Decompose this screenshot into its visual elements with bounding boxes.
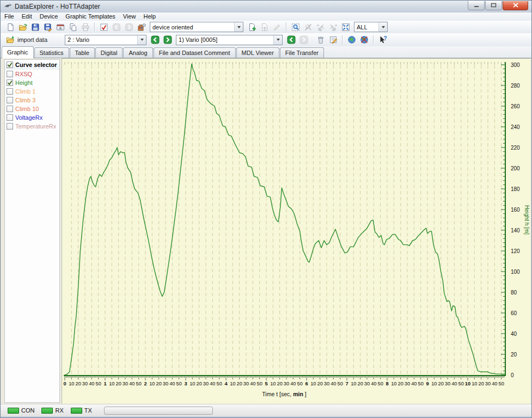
svg-text:40: 40 (492, 381, 497, 386)
open-file-button[interactable] (16, 21, 29, 33)
edit-record-comment-button[interactable] (327, 34, 339, 46)
zoom-off-button (302, 21, 314, 33)
prev-record-button[interactable] (285, 34, 297, 46)
checkbox-climb-10[interactable] (7, 106, 13, 112)
checkbox-height[interactable] (7, 79, 13, 86)
channel-selector-combo[interactable]: 2 : Vario (65, 35, 146, 45)
checkbox-voltagerx[interactable] (7, 114, 13, 121)
record-selector-combo[interactable]: 1) Vario [0005] (176, 35, 283, 45)
svg-text:20: 20 (75, 381, 81, 386)
copy-view-button[interactable] (66, 21, 79, 33)
checkbox-climb-3[interactable] (7, 97, 13, 103)
rename-object-button (258, 21, 271, 33)
svg-text:60: 60 (511, 310, 517, 316)
svg-text:50: 50 (297, 381, 302, 386)
tab-file-and-dataset-comment[interactable]: File and Dataset Comment (154, 47, 236, 58)
checkbox-temperaturerx[interactable] (7, 123, 13, 130)
tab-table[interactable]: Table (70, 47, 95, 58)
menu-graphic-templates[interactable]: Graphic Templates (62, 13, 119, 21)
graphic-chart[interactable]: 0102030405011020304050210203040503102030… (62, 58, 530, 404)
tab-bar: GraphicStatisticsTableDigitalAnalogFile … (1, 46, 531, 58)
curve-selector-title: Curve selector (15, 62, 57, 68)
object-selector-combo[interactable]: device oriented (150, 22, 243, 32)
svg-text:10: 10 (310, 381, 316, 386)
checkbox-rxsq[interactable] (7, 71, 13, 77)
curve-label-height: Height (15, 79, 33, 86)
svg-text:10: 10 (189, 381, 195, 386)
svg-text:9: 9 (426, 381, 429, 386)
new-object-button[interactable] (246, 21, 258, 33)
save-file-as-button[interactable] (41, 21, 54, 33)
window-title: DataExplorer - HoTTAdapter (15, 3, 100, 10)
svg-text:50: 50 (418, 381, 423, 386)
svg-text:30: 30 (123, 381, 128, 386)
svg-text:50: 50 (337, 381, 343, 386)
chevron-down-icon[interactable] (137, 35, 146, 45)
svg-text:50: 50 (498, 381, 504, 386)
new-file-button[interactable] (4, 21, 16, 33)
curve-selector-header[interactable]: Curve selector (5, 60, 59, 70)
settings-button[interactable] (54, 21, 66, 33)
maximize-icon (491, 3, 497, 8)
google-earth-icon (347, 35, 356, 44)
curve-label-climb-10: Climb 10 (15, 106, 39, 112)
menu-edit[interactable]: Edit (18, 13, 36, 21)
maximize-button[interactable] (485, 1, 502, 10)
chevron-down-icon[interactable] (378, 22, 387, 32)
tab-analog[interactable]: Analog (123, 47, 152, 58)
tab-statistics[interactable]: Statistics (34, 47, 69, 58)
google-earth-button[interactable] (345, 34, 358, 46)
tab-file-transfer[interactable]: File Transfer (280, 47, 324, 58)
google-earth-config-button[interactable] (358, 34, 370, 46)
tab-digital[interactable]: Digital (95, 47, 123, 58)
device-tool-box-button[interactable] (97, 21, 110, 33)
menu-help[interactable]: Help (140, 13, 160, 21)
cut-right-icon (329, 23, 338, 32)
context-help-button[interactable]: ? (376, 34, 389, 46)
svg-text:30: 30 (203, 381, 209, 386)
channel-filter-combo[interactable]: ALL (354, 22, 388, 32)
menu-view[interactable]: View (119, 13, 140, 21)
object-selector-value: device oriented (152, 24, 193, 30)
next-channel-button[interactable] (161, 34, 174, 46)
import-data-button[interactable] (4, 34, 16, 46)
context-help-icon: ? (378, 35, 387, 44)
curve-selector-checkbox[interactable] (7, 62, 13, 68)
led-con (8, 408, 19, 414)
minimize-button[interactable] (468, 1, 485, 10)
svg-text:50: 50 (377, 381, 383, 386)
menu-file[interactable]: File (1, 13, 18, 21)
save-file-button[interactable] (29, 21, 41, 33)
svg-text:220: 220 (511, 145, 520, 151)
zoom-window-button[interactable] (289, 21, 302, 33)
tab-graphic[interactable]: Graphic (2, 46, 34, 58)
toolbar-separator (94, 22, 95, 32)
title-bar[interactable]: DataExplorer - HoTTAdapter (1, 1, 531, 13)
svg-text:20: 20 (115, 381, 121, 386)
svg-text:20: 20 (196, 381, 201, 386)
close-button[interactable] (503, 1, 528, 10)
tab-mdl-viewer[interactable]: MDL Viewer (236, 47, 279, 58)
delete-record-button[interactable] (314, 34, 327, 46)
svg-text:40: 40 (371, 381, 376, 386)
svg-text:10: 10 (270, 381, 276, 386)
chevron-down-icon[interactable] (273, 35, 282, 45)
device-properties-button[interactable] (135, 21, 148, 33)
zoom-window-icon (291, 23, 300, 32)
fit-into-window-button[interactable] (339, 21, 352, 33)
chevron-down-icon[interactable] (234, 22, 243, 32)
led-label-con: CON (21, 407, 34, 414)
svg-text:8: 8 (386, 381, 388, 386)
svg-text:20: 20 (156, 381, 161, 386)
curve-item-climb-1: Climb 1 (5, 87, 59, 96)
app-icon (4, 2, 13, 11)
curve-item-climb-3: Climb 3 (5, 96, 59, 104)
svg-text:50: 50 (176, 381, 181, 386)
prev-channel-button[interactable] (149, 34, 161, 46)
svg-text:10: 10 (230, 381, 235, 386)
prev-channel-icon (151, 35, 160, 44)
curve-item-climb-10: Climb 10 (5, 104, 59, 113)
menu-device[interactable]: Device (36, 13, 62, 21)
chart-x-axis: 0102030405011020304050210203040503102030… (63, 376, 506, 397)
checkbox-climb-1[interactable] (7, 88, 13, 95)
